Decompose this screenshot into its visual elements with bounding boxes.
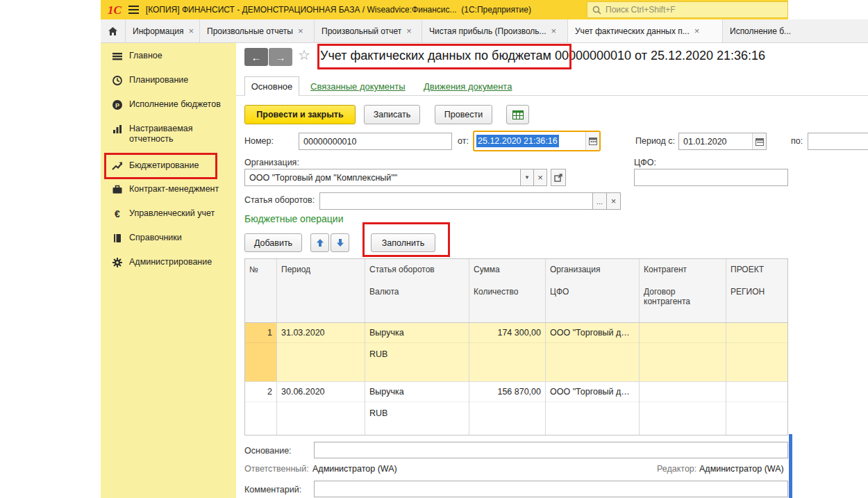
window-titlebar: 1С [КОПИЯ] ФИНАНСИСТ - ДЕМОНСТРАЦИОННАЯ … <box>101 0 788 19</box>
global-search-input[interactable]: Поиск Ctrl+Shift+F <box>587 1 788 18</box>
favorite-star-icon[interactable]: ☆ <box>298 47 310 63</box>
save-label: Записать <box>374 110 410 119</box>
sidebar-item-kontrakt-menedzhment[interactable]: Контракт-менеджмент <box>101 183 236 195</box>
main-sections-icon <box>111 50 123 62</box>
turnover-article-field[interactable] <box>319 192 593 210</box>
ellipsis-icon: ... <box>596 197 603 206</box>
organization-field[interactable]: ООО "Торговый дом "Комплексный"" <box>244 169 521 186</box>
save-button[interactable]: Записать <box>364 105 420 124</box>
sidebar-item-label: Справочники <box>129 232 182 243</box>
window-title: [КОПИЯ] ФИНАНСИСТ - ДЕМОНСТРАЦИОННАЯ БАЗ… <box>146 5 531 15</box>
col-project: ПРОЕКТ <box>726 259 787 280</box>
tab-proizvolnyj-otchet[interactable]: Произвольный отчет × <box>315 19 422 42</box>
add-row-button[interactable]: Добавить <box>244 233 302 252</box>
fill-button[interactable]: Заполнить <box>371 233 435 252</box>
post-label: Провести <box>444 110 483 119</box>
calendar-icon[interactable] <box>585 132 599 150</box>
bar-chart-icon <box>111 123 123 135</box>
period-from-field[interactable]: 01.01.2020 <box>678 133 767 150</box>
sidebar-item-administrirovanie[interactable]: Администрирование <box>101 256 236 268</box>
cell-period: 30.06.2020 <box>277 382 365 401</box>
cell-period: 31.03.2020 <box>277 323 365 342</box>
number-field[interactable]: 00000000010 <box>299 133 452 150</box>
tab-close-icon[interactable]: × <box>551 26 557 35</box>
calendar-icon[interactable] <box>752 133 766 149</box>
cell-amount: 174 300,00 <box>469 323 545 342</box>
budget-operations-heading: Бюджетные операции <box>244 213 344 224</box>
table-row[interactable]: 1 31.03.2020 ВыручкаRUB 174 300,00 ООО "… <box>245 323 787 382</box>
tab-close-icon[interactable]: × <box>298 26 303 35</box>
search-placeholder: Поиск Ctrl+Shift+F <box>606 5 676 15</box>
tab-label: Информация <box>133 26 183 36</box>
col-period: Период <box>277 259 365 280</box>
tab-close-icon[interactable]: × <box>406 26 412 35</box>
post-and-close-button[interactable]: Провести и закрыть <box>244 105 356 124</box>
organization-open-button[interactable] <box>551 169 566 186</box>
link-related-documents[interactable]: Связанные документы <box>310 81 406 92</box>
table-row[interactable]: 2 30.06.2020 ВыручкаRUB 156 870,00 ООО "… <box>245 382 787 435</box>
screen: 1С [КОПИЯ] ФИНАНСИСТ - ДЕМОНСТРАЦИОННАЯ … <box>0 0 868 498</box>
col-organization: Организация <box>546 259 639 280</box>
main-menu-button[interactable] <box>128 6 139 14</box>
sidebar-item-label: Главное <box>129 50 162 61</box>
back-button[interactable]: ← <box>244 48 268 66</box>
cell-currency: RUB <box>365 342 469 359</box>
sidebar-item-byudzhetirovanie[interactable]: Бюджетирование <box>101 160 236 172</box>
article-more-button[interactable]: ... <box>592 192 607 210</box>
cfo-label: ЦФО: <box>634 158 656 167</box>
link-document-movements[interactable]: Движения документа <box>424 81 512 92</box>
sidebar-item-spravochniki[interactable]: Справочники <box>101 232 236 244</box>
svg-text:€: € <box>115 208 120 219</box>
period-to-field[interactable] <box>808 133 868 150</box>
tab-home[interactable] <box>101 19 126 42</box>
number-value: 00000000010 <box>303 137 356 147</box>
document-movements-button[interactable] <box>506 105 529 124</box>
sidebar-item-nastraivaemaya-otchetnost[interactable]: Настраиваемая отчетность <box>101 123 236 144</box>
organization-label: Организация: <box>244 158 299 167</box>
sidebar-item-label: Управленческий учет <box>129 208 215 219</box>
cell-amount: 156 870,00 <box>469 382 545 401</box>
date-field[interactable]: 25.12.2020 21:36:16 <box>473 131 601 151</box>
sidebar-item-upravlencheskij-uchet[interactable]: € Управленческий учет <box>101 208 236 219</box>
comment-label: Комментарий: <box>244 485 301 495</box>
1c-logo: 1С <box>108 4 122 16</box>
col-contract: Договор контрагента <box>640 280 726 306</box>
sidebar-item-glavnoe[interactable]: Главное <box>101 50 236 62</box>
report-table-icon <box>512 110 524 119</box>
tab-proizvolnye-otchety[interactable]: Произвольные отчеты × <box>200 19 315 42</box>
sidebar-item-label: Исполнение бюджетов <box>129 99 221 110</box>
forward-button[interactable]: → <box>269 48 292 66</box>
article-clear-button[interactable]: × <box>606 192 621 210</box>
responsible-value: Администратор (WA) <box>312 464 397 474</box>
col-quantity: Количество <box>469 280 545 297</box>
period-from-label: Период с: <box>635 136 675 146</box>
sidebar-item-label: Бюджетирование <box>129 160 199 171</box>
tab-informatsiya[interactable]: Информация × <box>126 19 200 42</box>
operations-table: № Период Статья оборотовВалюта СуммаКоли… <box>244 258 788 435</box>
close-icon: × <box>537 172 543 183</box>
tab-chistaya-pribyl[interactable]: Чистая прибыль (Произволь... × <box>422 19 568 42</box>
tab-close-icon[interactable]: × <box>694 26 700 35</box>
cell-organization: ООО "Торговый д… <box>546 323 639 342</box>
open-link-icon <box>554 174 562 182</box>
tab-close-icon[interactable]: × <box>188 26 194 35</box>
sidebar-item-planirovanie[interactable]: Планирование <box>101 74 236 86</box>
move-up-button[interactable] <box>310 233 329 252</box>
fill-label: Заполнить <box>382 238 424 248</box>
col-contractor: Контрагент <box>640 259 726 280</box>
tab-label: Учет фактических данных п... <box>575 26 690 36</box>
organization-dropdown-button[interactable]: ▼ <box>520 169 534 186</box>
comment-field[interactable] <box>314 481 788 497</box>
post-button[interactable]: Провести <box>435 105 492 124</box>
tab-uchet-fakticheskih-dannyh[interactable]: Учет фактических данных п... × <box>568 19 723 42</box>
organization-clear-button[interactable]: × <box>533 169 547 186</box>
move-down-button[interactable] <box>331 233 349 252</box>
cfo-field[interactable] <box>634 169 788 186</box>
tab-ispolnenie-byudzheta[interactable]: Исполнение б... <box>723 19 868 42</box>
window-edge-strip <box>789 434 792 498</box>
home-icon <box>108 26 118 36</box>
sidebar-item-ispolnenie-byudzhetov[interactable]: Р Исполнение бюджетов <box>101 99 236 110</box>
basis-field[interactable] <box>314 442 788 458</box>
tab-osnovnoe[interactable]: Основное <box>244 76 299 96</box>
sections-panel: Главное Планирование Р Исполнение бюджет… <box>101 43 236 498</box>
